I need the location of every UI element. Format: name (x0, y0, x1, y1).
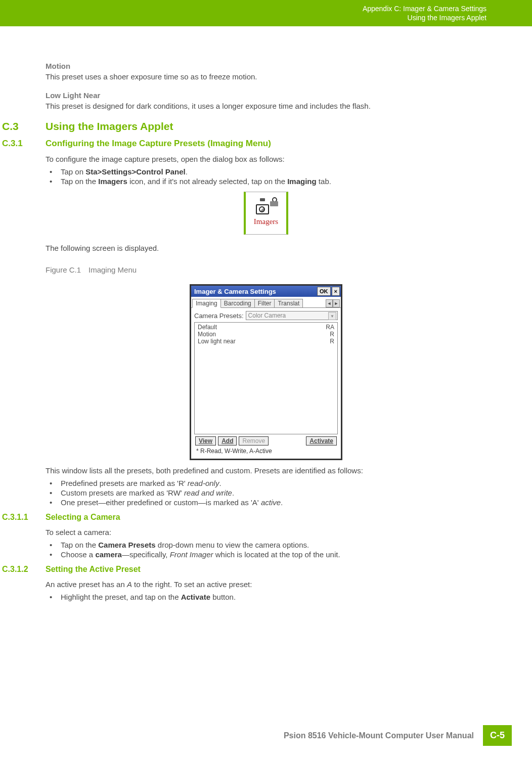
bold-text: Imagers (98, 177, 127, 186)
text: Predefined presets are marked as 'R' (61, 479, 188, 487)
section-c3-title: Using the Imagers Applet (46, 120, 173, 132)
view-button[interactable]: View (195, 436, 216, 445)
list-item: Tap on Sta>Settings>Control Panel. (46, 167, 486, 176)
ok-button[interactable]: OK (317, 287, 331, 296)
motion-desc: This preset uses a shoer exposure time s… (46, 72, 486, 81)
left-accent-strip (0, 0, 20, 20)
section-c312-title: Setting the Active Preset (46, 565, 141, 574)
figure-c1-label: Figure C.1 Imaging Menu (46, 265, 486, 274)
remove-button[interactable]: Remove (239, 436, 269, 445)
c31-intro: To configure the image capture presets, … (46, 155, 486, 163)
c31-after-icon: The following screen is displayed. (46, 244, 486, 252)
text: Tap on (61, 167, 85, 176)
motion-preset-block: Motion This preset uses a shoer exposure… (46, 62, 486, 81)
text: . (186, 167, 188, 176)
add-button[interactable]: Add (218, 436, 237, 445)
list-item[interactable]: Motion R (196, 331, 336, 338)
section-c3-number: C.3 (2, 120, 32, 132)
imagers-icon-figure: Imagers (46, 192, 486, 235)
c31-steps: Tap on Sta>Settings>Control Panel. Tap o… (46, 167, 486, 186)
c311-steps: Tap on the Camera Presets drop-down menu… (46, 541, 486, 559)
section-c311-title: Selecting a Camera (46, 513, 120, 522)
tab-translations[interactable]: Translat (274, 299, 303, 307)
text: —specifically, (122, 550, 170, 559)
list-item: Tap on the Camera Presets drop-down menu… (46, 541, 486, 549)
close-button[interactable]: × (332, 287, 340, 296)
tab-scroll-right[interactable]: ► (333, 299, 340, 307)
text: tab. (317, 177, 331, 186)
tab-filter[interactable]: Filter (254, 299, 275, 307)
c31-preset-legend: Predefined presets are marked as 'R' rea… (46, 479, 486, 507)
text: Tap on the (61, 541, 98, 549)
c312-intro: An active preset has an A to the right. … (46, 580, 486, 589)
text: icon, and if it's not already selected, … (127, 177, 287, 186)
text: Tap on the (61, 177, 98, 186)
header-line-1: Appendix C: Imager & Camera Settings (0, 4, 486, 13)
italic-text: read-only (188, 479, 219, 487)
text: button. (210, 593, 236, 601)
section-c31-heading: C.3.1 Configuring the Image Capture Pres… (2, 139, 486, 149)
text: to the right. To set an active preset: (132, 580, 252, 589)
tab-imaging[interactable]: Imaging (192, 299, 221, 308)
text: Choose a (61, 550, 95, 559)
activate-button[interactable]: Activate (306, 436, 337, 445)
italic-text: A (127, 580, 132, 589)
page-number-badge: C-5 (483, 725, 512, 746)
dialog-titlebar: Imager & Camera Settings OK × (191, 286, 341, 297)
list-item[interactable]: Low light near R (196, 338, 336, 345)
page-header-bar: Appendix C: Imager & Camera Settings Usi… (0, 0, 532, 26)
section-c312-number: C.3.1.2 (2, 565, 32, 574)
tab-scroll-left[interactable]: ◄ (326, 299, 333, 307)
italic-text: Front Imager (170, 550, 213, 559)
dialog-button-row: View Add Remove Activate (194, 434, 338, 448)
text: . (281, 498, 283, 507)
list-item: Tap on the Imagers icon, and if it's not… (46, 177, 486, 186)
lowlight-title: Low Light Near (46, 91, 486, 100)
text: One preset—either predefined or custom—i… (61, 498, 261, 507)
list-item[interactable]: Default RA (196, 324, 336, 331)
list-item: Custom presets are marked as 'RW' read a… (46, 488, 486, 497)
text: An active preset has an (46, 580, 127, 589)
bold-text: Camera Presets (98, 541, 155, 549)
presets-listbox[interactable]: Default RA Motion R Low light near R (194, 322, 338, 434)
bold-text: Activate (181, 593, 210, 601)
list-item: Predefined presets are marked as 'R' rea… (46, 479, 486, 487)
manual-title: Psion 8516 Vehicle-Mount Computer User M… (284, 731, 474, 740)
dialog-window: Imager & Camera Settings OK × Imaging Ba… (190, 284, 342, 460)
imagers-icon: Imagers (244, 192, 288, 235)
italic-text: read and write (184, 488, 232, 497)
lowlight-desc: This preset is designed for dark conditi… (46, 102, 486, 110)
section-c31-title: Configuring the Image Capture Presets (I… (46, 139, 271, 149)
c312-steps: Highlight the preset, and tap on the Act… (46, 593, 486, 601)
preset-name: Default (198, 324, 217, 331)
legend-footnote: * R-Read, W-Write, A-Active (194, 448, 338, 457)
preset-name: Low light near (198, 338, 236, 345)
camera-presets-row: Camera Presets: Color Camera (194, 311, 338, 320)
text: . (219, 479, 221, 487)
imagers-icon-label: Imagers (254, 217, 278, 226)
list-item: Choose a camera—specifically, Front Imag… (46, 550, 486, 559)
bold-text: Sta>Settings>Control Panel (85, 167, 186, 176)
list-item: Highlight the preset, and tap on the Act… (46, 593, 486, 601)
preset-name: Motion (198, 331, 216, 338)
camera-presets-dropdown[interactable]: Color Camera (246, 311, 338, 320)
tab-scroll-buttons: ◄ ► (326, 299, 340, 307)
tab-barcoding[interactable]: Barcoding (220, 299, 255, 307)
lowlight-preset-block: Low Light Near This preset is designed f… (46, 91, 486, 110)
camera-icon (256, 200, 276, 214)
page-content: Motion This preset uses a shoer exposure… (0, 26, 532, 601)
bold-text: camera (95, 550, 122, 559)
text: drop-down menu to view the camera option… (156, 541, 309, 549)
preset-flag: R (330, 338, 334, 345)
dialog-panel: Camera Presets: Color Camera Default RA … (191, 308, 341, 459)
c311-intro: To select a camera: (46, 528, 486, 537)
text: Highlight the preset, and tap on the (61, 593, 181, 601)
header-line-2: Using the Imagers Applet (0, 13, 486, 22)
dialog-tabs: Imaging Barcoding Filter Translat ◄ ► (191, 297, 341, 308)
section-c312-heading: C.3.1.2 Setting the Active Preset (2, 565, 486, 574)
dialog-title: Imager & Camera Settings (194, 288, 316, 295)
preset-flag: R (330, 331, 334, 338)
italic-text: active (261, 498, 281, 507)
text: . (232, 488, 234, 497)
bold-text: Imaging (287, 177, 317, 186)
